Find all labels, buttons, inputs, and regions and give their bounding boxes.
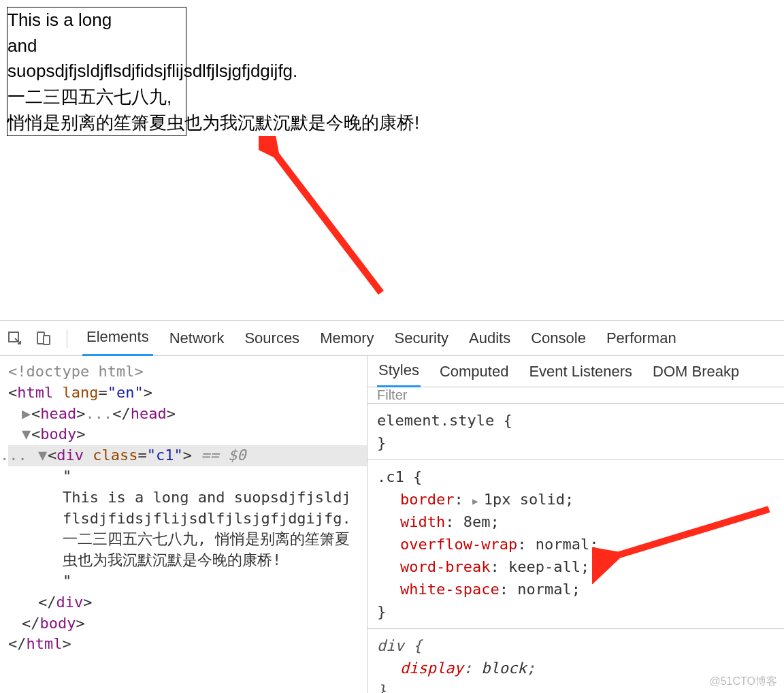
devtools-body: <!doctype html> <html lang="en"> ▶<head>… <box>0 356 784 693</box>
tab-security[interactable]: Security <box>391 321 453 355</box>
div-open-selected[interactable]: ▼<div class="c1"> == $0 <box>8 445 367 466</box>
rule-overflow-wrap[interactable]: overflow-wrap: normal; <box>377 533 774 555</box>
body-open[interactable]: ▼<body> <box>8 424 367 445</box>
devtools-panel: Elements Network Sources Memory Security… <box>0 320 784 693</box>
rule-width[interactable]: width: 8em; <box>377 511 774 533</box>
box-text-3: suopsdjfjsldjflsdjfidsjflijsdlfjlsjgfjdg… <box>7 61 297 81</box>
inspect-icon[interactable] <box>7 330 23 346</box>
html-close[interactable]: </html> <box>8 634 367 655</box>
text-open-quote: " <box>8 466 367 487</box>
tab-audits[interactable]: Audits <box>465 321 514 355</box>
rule-border[interactable]: border: ▶ 1px solid; <box>377 488 774 511</box>
styles-panel: Styles Computed Event Listeners DOM Brea… <box>368 356 784 693</box>
div-close[interactable]: </div> <box>8 592 367 613</box>
filter-placeholder: Filter <box>377 387 407 403</box>
device-icon[interactable] <box>35 330 52 346</box>
close-brace: } <box>377 600 774 623</box>
rendered-page: This is a long and suopsdjfjsldjflsdjfid… <box>0 0 784 320</box>
c1-selector: .c1 { <box>377 466 774 488</box>
body-close[interactable]: </body> <box>8 613 367 634</box>
c1-style-block[interactable]: .c1 { border: ▶ 1px solid; width: 8em; o… <box>368 460 784 629</box>
box-text-5: 悄悄是别离的笙箫夏虫也为我沉默沉默是今晚的康桥! <box>7 112 419 133</box>
sub-tab-event-listeners[interactable]: Event Listeners <box>527 357 634 387</box>
watermark: @51CTO博客 <box>709 675 777 689</box>
toolbar-separator <box>67 329 67 348</box>
box-text-2: and <box>7 35 37 56</box>
head-line[interactable]: ▶<head>...</head> <box>8 404 367 425</box>
c1-box: This is a long and suopsdjfjsldjflsdjfid… <box>7 7 186 136</box>
tab-network[interactable]: Network <box>165 321 229 355</box>
rule-word-break[interactable]: word-break: keep-all; <box>377 555 774 578</box>
box-text-4: 一二三四五六七八九, <box>7 86 172 107</box>
dom-tree-panel[interactable]: <!doctype html> <html lang="en"> ▶<head>… <box>0 356 368 693</box>
close-brace: } <box>377 432 774 454</box>
box-text-1: This is a long <box>7 10 112 30</box>
tab-performance[interactable]: Performan <box>602 321 681 355</box>
styles-sub-tabs: Styles Computed Event Listeners DOM Brea… <box>368 356 784 387</box>
tab-elements[interactable]: Elements <box>82 320 153 356</box>
doctype-line[interactable]: <!doctype html> <box>8 361 367 383</box>
sub-tab-styles[interactable]: Styles <box>377 355 421 387</box>
rule-white-space[interactable]: white-space: normal; <box>377 578 774 600</box>
sub-tab-computed[interactable]: Computed <box>438 357 510 387</box>
svg-rect-3 <box>44 336 50 344</box>
html-open[interactable]: <html lang="en"> <box>8 383 367 404</box>
styles-filter[interactable]: Filter <box>368 387 784 404</box>
text-node[interactable]: This is a long and suopsdjfjsldjflsdjfid… <box>8 487 367 571</box>
div-selector: div { <box>377 634 774 657</box>
tab-sources[interactable]: Sources <box>240 321 304 355</box>
element-style-selector: element.style { <box>377 409 774 432</box>
element-style-block[interactable]: element.style { } <box>368 404 784 460</box>
sub-tab-dom-breakpoints[interactable]: DOM Breakp <box>651 357 740 387</box>
tab-console[interactable]: Console <box>527 321 590 355</box>
devtools-toolbar: Elements Network Sources Memory Security… <box>0 321 784 356</box>
tab-memory[interactable]: Memory <box>316 321 378 355</box>
text-close-quote: " <box>8 571 367 592</box>
